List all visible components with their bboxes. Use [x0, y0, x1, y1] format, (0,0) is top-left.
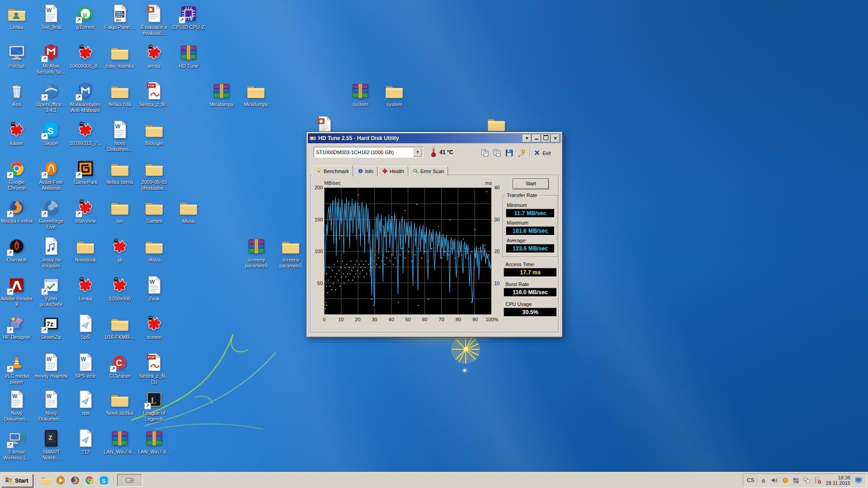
desktop-icon[interactable]: Notebook: [68, 236, 103, 263]
clock[interactable]: 18:36 28.11.2015: [825, 475, 851, 486]
desktop-icon[interactable]: LAN_Win7-6...: [103, 428, 137, 455]
tab-benchmark[interactable]: Benchmark: [312, 165, 353, 177]
desktop-icon[interactable]: Počítač: [0, 42, 34, 69]
desktop-icon[interactable]: screeny parametrů: [274, 236, 308, 269]
desktop-icon[interactable]: fleška bílá: [103, 81, 137, 108]
desktop-icon[interactable]: AVIFakju.Pane....: [103, 4, 137, 30]
desktop-icon[interactable]: WZvuk: [137, 275, 171, 302]
desktop-icon[interactable]: Nová složka: [103, 389, 137, 416]
desktop-icon[interactable]: Lenka: [0, 4, 34, 30]
desktop-icon[interactable]: sps: [68, 389, 103, 416]
connect-button[interactable]: [516, 148, 527, 158]
desktop-icon[interactable]: Biologie: [137, 120, 171, 146]
desktop-icon[interactable]: WNový Dokumen...: [34, 389, 68, 422]
desktop-icon[interactable]: PDFSestra_z_fil... (1): [137, 352, 171, 385]
desktop-icon[interactable]: 1200x900: [103, 275, 137, 302]
desktop-icon[interactable]: ZSMART Noteb...: [34, 428, 68, 461]
desktop-icon[interactable]: WNový Dokumen...: [0, 389, 34, 422]
desktop-icon[interactable]: PDFSestra_z_fil...: [137, 81, 171, 108]
window-titlebar[interactable]: HD Tune 2.55 - Hard Disk Utility ▼ ×: [308, 133, 561, 143]
tray-avast-icon[interactable]: [781, 476, 790, 485]
start-button[interactable]: Start: [1, 474, 33, 487]
desktop-icon[interactable]: Games: [137, 197, 171, 224]
exit-button[interactable]: Exit: [533, 148, 551, 158]
show-desktop-icon[interactable]: [854, 476, 863, 485]
desktop-icon[interactable]: ↗McAfee Security Sc...: [34, 42, 68, 75]
desktop-icon[interactable]: ↗Google Chrome: [0, 159, 34, 191]
desktop-icon[interactable]: HD Tune: [171, 42, 206, 69]
drive-select[interactable]: ST1000DM003-1CH162 (1000 GB) ▼: [314, 147, 423, 158]
desktop-icon[interactable]: system: [343, 81, 377, 108]
desktop-icon[interactable]: ↗Overwolf: [0, 236, 34, 263]
tray-volume-icon[interactable]: [770, 476, 779, 485]
desktop-icon[interactable]: fleška černá: [103, 159, 137, 185]
desktop-icon[interactable]: S↗Skype: [34, 120, 68, 146]
save-button[interactable]: [504, 148, 514, 158]
desktop-icon[interactable]: U16-FKMB-...: [103, 314, 137, 340]
desktop-icon[interactable]: 10609005_8...: [68, 42, 103, 69]
desktop-icon[interactable]: jenda: [137, 42, 171, 69]
quicklaunch-explorer[interactable]: [39, 474, 53, 487]
desktop-icon[interactable]: ↗HF Designer: [0, 314, 34, 340]
desktop-icon[interactable]: ↗CPUID CPU-Z: [171, 4, 206, 30]
desktop-icon[interactable]: ↗Malwarebytes Anti-Malware: [68, 81, 103, 113]
desktop-icon[interactable]: ↗Edimax Wireless L...: [0, 428, 34, 461]
tray-alertflag-icon[interactable]: [814, 476, 822, 485]
desktop-icon[interactable]: system: [377, 81, 411, 108]
copy-image-button[interactable]: [491, 148, 502, 158]
close-button[interactable]: ×: [551, 135, 560, 142]
desktop-icon[interactable]: ↗Mozilla Firefox: [0, 197, 34, 224]
tray-winflag-icon[interactable]: [792, 476, 801, 485]
desktop-icon[interactable]: ↗Výběr prohlížeče: [34, 275, 68, 308]
desktop-icon[interactable]: L↗League of Legends: [137, 389, 171, 422]
minimize-button[interactable]: [532, 135, 541, 142]
desktop-icon[interactable]: ↗OpenOffice... 3.4.1: [34, 81, 68, 113]
desktop-icon[interactable]: Minidumpy: [204, 81, 239, 108]
desktop-icon[interactable]: Ivo: [103, 197, 137, 224]
desktop-icon[interactable]: SpŠ: [68, 314, 103, 340]
desktop-icon[interactable]: ↗Gameforge Live: [34, 197, 68, 230]
copy-text-button[interactable]: [479, 148, 490, 158]
desktop-icon[interactable]: ↗IrfanView: [68, 197, 103, 224]
desktop-icon[interactable]: fotky mamka: [103, 42, 137, 69]
desktop-icon[interactable]: ↗Adobe Reader X: [0, 275, 34, 308]
desktop-icon[interactable]: kaiser: [0, 120, 34, 146]
chevron-down-icon[interactable]: ▼: [413, 148, 422, 157]
desktop-icon[interactable]: Wmovitý majetek: [34, 352, 68, 379]
desktop-icon[interactable]: ↗GamePark: [68, 159, 103, 185]
tab-error-scan[interactable]: Error Scan: [409, 166, 448, 176]
desktop-icon[interactable]: screen: [137, 314, 171, 340]
maximize-button[interactable]: [542, 135, 550, 142]
desktop-icon[interactable]: C↗CCleaner: [103, 352, 137, 379]
desktop-icon[interactable]: Minidumpy: [239, 81, 273, 108]
desktop-icon[interactable]: Evakuace a evakuač...: [137, 4, 171, 36]
quicklaunch-wmp[interactable]: [54, 474, 67, 487]
quicklaunch-firefox[interactable]: [68, 474, 82, 487]
desktop-icon[interactable]: WNový Dokumen...: [103, 120, 137, 152]
desktop-icon[interactable]: ↗Avast Free Antivirus: [34, 159, 68, 191]
desktop-icon[interactable]: já: [103, 236, 137, 263]
tab-info[interactable]: Info: [354, 166, 377, 176]
desktop-icon[interactable]: 2009-05-03 přestavba...: [137, 159, 171, 191]
desktop-icon[interactable]: Lenka: [68, 275, 103, 302]
quicklaunch-skype[interactable]: S: [97, 474, 111, 487]
desktop-icon[interactable]: WSPŠ vzor: [68, 352, 103, 379]
desktop-icon[interactable]: Koš: [0, 81, 34, 108]
desktop-icon[interactable]: iMusic: [171, 197, 206, 224]
language-indicator[interactable]: CS: [747, 477, 757, 483]
tray-chevron-icon[interactable]: [760, 476, 768, 485]
desktop-icon[interactable]: LAN_Win7-6...: [137, 428, 171, 455]
tray-network-icon[interactable]: [803, 476, 811, 485]
quicklaunch-chrome[interactable]: [83, 474, 96, 487]
desktop-icon[interactable]: vltava: [137, 236, 171, 263]
desktop-icon[interactable]: 212: [68, 428, 103, 455]
desktop-icon[interactable]: 7z↗SevenZip: [34, 314, 68, 340]
desktop-icon[interactable]: ↗VLC media player: [0, 352, 34, 385]
desktop-icon[interactable]: µ↗µTorrent: [68, 4, 103, 30]
desktop-icon[interactable]: [479, 114, 514, 134]
desktop-icon[interactable]: Jessy na koupání: [34, 236, 68, 269]
start-benchmark-button[interactable]: Start: [513, 178, 549, 189]
rollup-button[interactable]: ▼: [523, 135, 531, 142]
desktop-icon[interactable]: screeny parametrů: [239, 236, 274, 269]
tab-health[interactable]: Health: [378, 166, 408, 176]
